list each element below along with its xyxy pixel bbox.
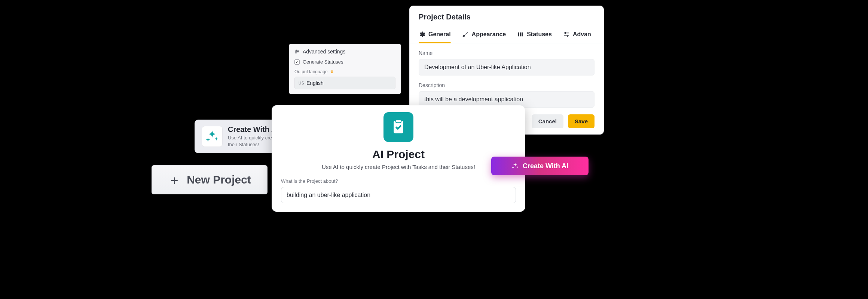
project-details-tabs: General Appearance Statuses Advan xyxy=(410,25,603,43)
generate-statuses-label: Generate Statuses xyxy=(303,59,343,65)
output-language-select[interactable]: US English xyxy=(294,77,395,89)
cancel-button[interactable]: Cancel xyxy=(532,114,563,128)
project-details-title: Project Details xyxy=(410,6,603,25)
sliders-icon xyxy=(294,49,300,54)
columns-icon xyxy=(517,31,524,38)
ai-project-header: AI Project Use AI to quickly create Proj… xyxy=(281,112,516,170)
ai-prompt-label: What is the Project about? xyxy=(281,178,516,184)
output-language-label: Output language ♛ xyxy=(294,69,395,74)
tab-advanced[interactable]: Advan xyxy=(563,28,591,43)
name-field[interactable]: Development of an Uber-like Application xyxy=(419,59,595,75)
clipboard-check-icon xyxy=(383,112,413,142)
create-with-ai-button[interactable]: Create With AI xyxy=(491,157,589,175)
plus-icon: ＋ xyxy=(168,173,181,186)
sparkles-icon xyxy=(202,126,223,147)
svg-rect-6 xyxy=(518,33,519,37)
sparkles-icon xyxy=(511,162,519,170)
new-project-button[interactable]: ＋ New Project xyxy=(152,165,268,194)
language-value: English xyxy=(306,80,324,86)
svg-point-5 xyxy=(296,52,296,53)
ai-project-subtitle: Use AI to quickly create Project with Ta… xyxy=(281,164,516,170)
svg-point-3 xyxy=(297,51,298,52)
tab-statuses[interactable]: Statuses xyxy=(517,28,552,43)
svg-rect-14 xyxy=(396,120,401,123)
svg-rect-8 xyxy=(522,33,523,37)
sliders-icon xyxy=(563,31,570,38)
new-project-label: New Project xyxy=(187,173,251,186)
checkbox-icon[interactable]: ✓ xyxy=(294,59,300,65)
crown-icon: ♛ xyxy=(330,70,334,74)
svg-point-12 xyxy=(567,35,568,36)
project-details-body: Name Development of an Uber-like Applica… xyxy=(410,43,603,108)
cta-label: Create With AI xyxy=(523,162,568,170)
svg-point-1 xyxy=(296,50,297,50)
gear-icon xyxy=(419,31,425,38)
language-prefix: US xyxy=(299,81,304,85)
ai-project-modal: AI Project Use AI to quickly create Proj… xyxy=(272,105,525,212)
ai-prompt-input[interactable]: building an uber-like application xyxy=(281,187,516,203)
ai-project-title: AI Project xyxy=(281,148,516,161)
tab-appearance[interactable]: Appearance xyxy=(462,28,506,43)
tab-general[interactable]: General xyxy=(419,28,451,43)
advanced-settings-header[interactable]: Advanced settings xyxy=(294,49,395,55)
description-label: Description xyxy=(419,82,595,88)
name-label: Name xyxy=(419,50,595,56)
generate-statuses-row[interactable]: ✓ Generate Statuses xyxy=(294,59,395,65)
svg-rect-7 xyxy=(520,33,521,37)
advanced-settings-panel: Advanced settings ✓ Generate Statuses Ou… xyxy=(289,44,401,94)
brush-icon xyxy=(462,31,469,38)
save-button[interactable]: Save xyxy=(568,114,595,128)
advanced-settings-title: Advanced settings xyxy=(303,49,345,55)
svg-point-11 xyxy=(565,33,566,34)
